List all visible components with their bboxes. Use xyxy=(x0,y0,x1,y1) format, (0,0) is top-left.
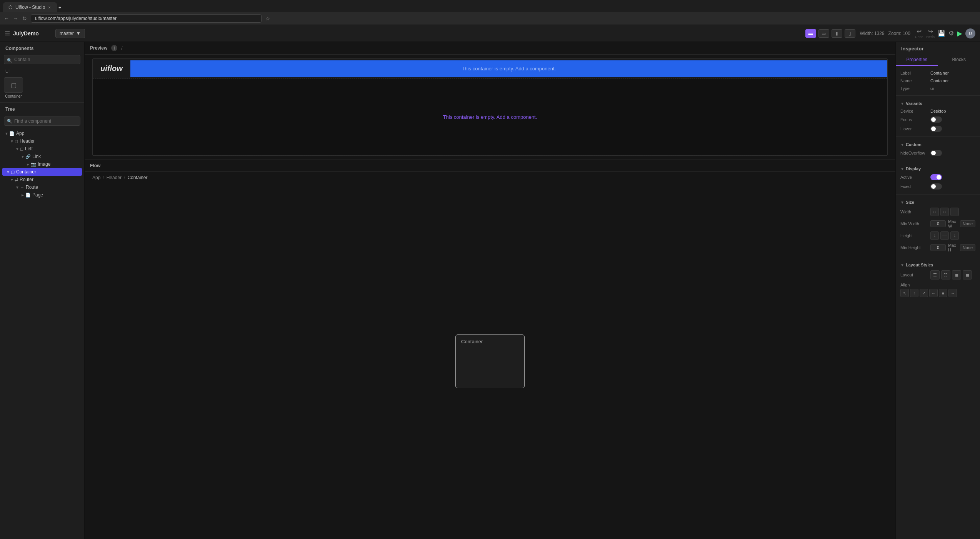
save-btn[interactable]: 💾 xyxy=(938,30,945,37)
min-height-input[interactable] xyxy=(930,244,946,251)
layout-grid2-btn[interactable]: ◼ xyxy=(952,270,961,279)
label-label: Label xyxy=(900,71,927,75)
new-tab-btn[interactable]: + xyxy=(58,5,62,10)
redo-btn[interactable]: ↪ xyxy=(928,28,933,35)
fixed-label: Fixed xyxy=(900,184,927,189)
height-shrink-btn[interactable]: ↕ xyxy=(930,231,939,240)
min-width-controls: Max W None xyxy=(930,219,975,228)
container-icon: ▢ xyxy=(11,170,15,175)
variants-section: ▼ Variants Device Desktop Focus Hover xyxy=(896,96,980,137)
tree-item-router[interactable]: ▼ ⇄ Router xyxy=(0,176,84,183)
branch-label: master xyxy=(60,31,74,36)
device-desktop-btn[interactable]: ▬ xyxy=(805,29,816,38)
components-search-input[interactable] xyxy=(4,55,80,64)
device-mobile-wide-btn[interactable]: ▮ xyxy=(832,29,842,38)
fixed-toggle[interactable] xyxy=(930,183,942,190)
hover-toggle[interactable] xyxy=(930,126,942,132)
undo-btn[interactable]: ↩ xyxy=(917,28,922,35)
height-fixed-btn[interactable]: ↕ xyxy=(950,231,959,240)
tree-label-app: App xyxy=(16,131,24,136)
active-toggle[interactable] xyxy=(930,174,942,180)
custom-title: Custom xyxy=(906,142,922,147)
branch-selector[interactable]: master ▼ xyxy=(55,29,85,38)
width-fixed-btn[interactable]: ― xyxy=(950,208,959,216)
inspector-tabs: Properties Blocks xyxy=(896,54,980,66)
chevron-down-icon: ▼ xyxy=(20,155,25,159)
max-w-value: None xyxy=(960,220,975,227)
bookmark-btn[interactable]: ☆ xyxy=(265,15,270,22)
preview-body: This container is empty. Add a component… xyxy=(93,78,887,155)
align-top-center-btn[interactable]: ↑ xyxy=(910,289,918,297)
tab-blocks[interactable]: Blocks xyxy=(938,54,980,66)
layout-list-btn[interactable]: ☰ xyxy=(930,270,940,279)
tree-list: ▼ 📄 App ▼ ◻ Header ▼ ◻ Left xyxy=(0,128,84,539)
tree-item-route[interactable]: ▼ → Route xyxy=(0,183,84,191)
breadcrumb-header: Header xyxy=(107,175,122,180)
align-mid-center-btn[interactable]: ■ xyxy=(939,289,947,297)
browser-tab[interactable]: ⬡ Uiflow - Studio × xyxy=(3,2,57,12)
focus-toggle[interactable] xyxy=(930,116,942,123)
max-h-label: Max H xyxy=(948,243,958,252)
flow-breadcrumb: App / Header / Container xyxy=(85,172,895,183)
tab-close-btn[interactable]: × xyxy=(48,5,50,10)
user-avatar[interactable]: U xyxy=(965,28,975,38)
layout-buttons: ☰ ☷ ◼ ◼ xyxy=(930,270,972,279)
inspector-label-section: Label Container Name Container Type ui xyxy=(896,66,980,96)
tree-item-page[interactable]: ► 📄 Page xyxy=(0,191,84,199)
hide-overflow-toggle[interactable] xyxy=(930,150,942,156)
play-btn[interactable]: ▶ xyxy=(957,29,962,38)
tree-item-header[interactable]: ▼ ◻ Header xyxy=(0,137,84,145)
chevron-right-icon: ► xyxy=(20,193,25,197)
width-expand-btn[interactable]: ↔ xyxy=(940,208,949,216)
tree-item-link[interactable]: ▼ 🔗 Link xyxy=(0,153,84,160)
left-icon: ◻ xyxy=(20,146,23,151)
tree-search-input[interactable] xyxy=(4,116,80,126)
height-controls: ↕ ― ↕ xyxy=(930,231,959,240)
align-label: Align xyxy=(900,283,927,287)
width-shrink-btn[interactable]: ↔ xyxy=(930,208,939,216)
label-value: Container xyxy=(930,71,975,75)
align-mid-left-btn[interactable]: ← xyxy=(929,289,938,297)
components-search-icon: 🔍 xyxy=(7,58,12,63)
tree-label-route: Route xyxy=(26,185,38,190)
forward-btn[interactable]: → xyxy=(13,15,18,22)
component-container-label: Container xyxy=(5,94,22,98)
layout-flex-btn[interactable]: ◼ xyxy=(963,270,972,279)
inspector-panel: Inspector Properties Blocks Label Contai… xyxy=(895,42,980,539)
width-label: Width xyxy=(900,210,927,214)
chevron-right-icon: ► xyxy=(25,162,31,166)
name-value: Container xyxy=(930,78,975,83)
hover-label: Hover xyxy=(900,126,927,131)
device-mobile-btn[interactable]: ▯ xyxy=(845,29,855,38)
tree-search-icon: 🔍 xyxy=(7,119,12,124)
component-container[interactable]: ▢ Container xyxy=(4,77,23,98)
flow-node-container[interactable]: Container xyxy=(455,334,525,388)
tree-item-left[interactable]: ▼ ◻ Left xyxy=(0,145,84,153)
breadcrumb-sep-1: / xyxy=(103,175,104,180)
chevron-down-icon: ▼ xyxy=(15,147,20,151)
tab-properties[interactable]: Properties xyxy=(896,54,938,66)
min-width-input[interactable] xyxy=(930,220,946,227)
layout-grid-btn[interactable]: ☷ xyxy=(941,270,950,279)
align-mid-right-btn[interactable]: → xyxy=(948,289,957,297)
tree-item-container[interactable]: ▼ ▢ Container xyxy=(2,168,82,176)
settings-icon[interactable]: ⚙ xyxy=(948,30,954,37)
sidebar-toggle-btn[interactable]: ☰ xyxy=(5,30,10,37)
align-top-left-btn[interactable]: ↖ xyxy=(900,289,909,297)
header-icon: ◻ xyxy=(15,139,18,144)
preview-header-bar: uiflow This container is empty. Add a co… xyxy=(93,59,887,78)
align-top-right-btn[interactable]: ↗ xyxy=(920,289,928,297)
back-btn[interactable]: ← xyxy=(4,15,9,22)
link-icon: 🔗 xyxy=(25,154,31,159)
height-label: Height xyxy=(900,233,927,238)
tree-item-app[interactable]: ▼ 📄 App xyxy=(0,130,84,137)
size-title: Size xyxy=(906,200,914,205)
reload-btn[interactable]: ↻ xyxy=(22,15,27,22)
device-tablet-btn[interactable]: ▭ xyxy=(818,29,829,38)
flow-title: Flow xyxy=(90,163,100,168)
height-expand-btn[interactable]: ― xyxy=(940,231,949,240)
address-bar[interactable] xyxy=(31,14,262,23)
type-value: ui xyxy=(930,86,975,91)
custom-chevron: ▼ xyxy=(900,143,904,147)
tree-item-image[interactable]: ► 📷 Image xyxy=(0,160,84,168)
